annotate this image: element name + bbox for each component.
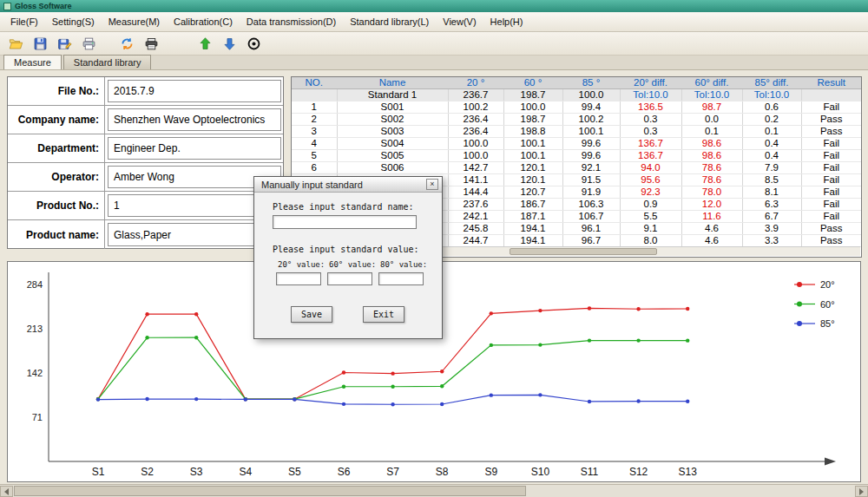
form-value-cell: Shenzhen Wave Optoelectronics [105, 106, 283, 134]
menu-item-measure-m[interactable]: Measure(M) [102, 13, 167, 30]
value-60-input[interactable] [327, 272, 372, 285]
cell-result: Pass [801, 235, 861, 247]
table-scrollbar-thumb[interactable] [510, 248, 657, 255]
menu-item-help-h[interactable]: Help(H) [483, 13, 530, 30]
cell-g20: 244.7 [448, 235, 503, 247]
cell-g85: 100.0 [562, 89, 620, 101]
cell-g20: 236.4 [448, 114, 503, 126]
cell-g60: 198.7 [503, 89, 562, 101]
menu-item-calibration-c[interactable]: Calibration(C) [167, 13, 240, 30]
table-row[interactable]: 2S002236.4198.7100.20.30.00.2Pass [292, 114, 861, 126]
table-row[interactable]: 3S003236.4198.8100.10.30.10.1Pass [292, 126, 861, 138]
form-label: Department: [8, 134, 105, 162]
column-header[interactable]: 85° diff. [742, 77, 801, 89]
value-80-input[interactable] [378, 272, 424, 285]
window-horizontal-scrollbar[interactable] [0, 484, 868, 497]
form-value[interactable]: 2015.7.9 [108, 80, 281, 102]
table-row[interactable]: 6S006142.7120.192.194.078.67.9Fail [292, 162, 861, 174]
svg-text:71: 71 [32, 412, 43, 422]
cell-name: S006 [337, 162, 448, 174]
standard-row[interactable]: Standard 1236.7198.7100.0Tol:10.0Tol:10.… [292, 89, 861, 101]
dialog-title: Manually input standard [261, 180, 426, 190]
menu-item-view-v[interactable]: View(V) [436, 13, 483, 30]
cell-d60: 98.6 [681, 138, 742, 150]
cell-result: Fail [801, 211, 861, 223]
form-label: File No.: [8, 77, 105, 105]
printer-button[interactable] [141, 34, 161, 54]
scroll-right-button[interactable] [855, 486, 868, 497]
window-scrollbar-thumb[interactable] [14, 486, 526, 496]
x-axis-arrow-icon [825, 458, 836, 466]
menu-item-file-f[interactable]: File(F) [3, 13, 45, 30]
form-label: Product No.: [8, 192, 105, 219]
download-button[interactable] [219, 34, 240, 54]
app-icon [3, 3, 11, 10]
menu-item-data-transmission-d[interactable]: Data transmission(D) [240, 13, 343, 30]
cell-no [292, 89, 337, 101]
cell-no: 3 [292, 126, 337, 138]
cell-d20: Tol:10.0 [620, 89, 681, 101]
column-header[interactable]: 20° diff. [620, 77, 681, 89]
table-row[interactable]: 5S005100.0100.199.6136.798.60.4Fail [292, 150, 861, 162]
cell-d60: 0.0 [681, 114, 742, 126]
table-row[interactable]: 1S001100.2100.099.4136.598.70.6Fail [292, 101, 861, 114]
cell-g85: 100.2 [562, 114, 620, 126]
svg-text:60°: 60° [820, 299, 835, 310]
dialog-close-button[interactable]: × [426, 179, 438, 190]
cell-d20: 94.0 [620, 162, 681, 174]
measure-info-panel: File No.:2015.7.9Company name:Shenzhen W… [7, 76, 284, 249]
cell-d20: 95.6 [620, 174, 681, 186]
cell-no: 1 [292, 101, 337, 114]
column-header[interactable]: Result [801, 77, 861, 89]
cell-result: Fail [801, 186, 861, 199]
form-row: Operator:Amber Wong [8, 163, 283, 192]
table-row[interactable]: 4S004100.0100.199.6136.798.60.4Fail [292, 138, 861, 150]
upload-icon [198, 36, 213, 51]
cell-d85: 0.6 [742, 101, 801, 114]
scroll-left-icon [4, 488, 9, 495]
value-20-input[interactable] [276, 272, 321, 285]
export-button[interactable] [54, 34, 75, 54]
svg-text:142: 142 [27, 368, 43, 378]
standard-name-input[interactable] [273, 215, 417, 229]
form-label: Product name: [8, 220, 105, 249]
column-header[interactable]: 60 ° [503, 77, 562, 89]
svg-text:20°: 20° [820, 279, 835, 290]
dialog-title-bar[interactable]: Manually input standard × [254, 177, 442, 193]
open-file-button[interactable] [5, 34, 26, 54]
cell-result: Fail [801, 174, 861, 186]
upload-button[interactable] [194, 34, 215, 54]
column-header[interactable]: 60° diff. [681, 77, 742, 89]
form-value-cell: Engineer Dep. [105, 134, 283, 162]
cell-g20: 242.1 [448, 211, 503, 223]
form-value[interactable]: Shenzhen Wave Optoelectronics [108, 108, 281, 131]
column-header[interactable]: 20 ° [448, 77, 503, 89]
scroll-left-button[interactable] [0, 486, 13, 497]
cell-no: 4 [292, 138, 337, 150]
print-button[interactable] [78, 34, 99, 54]
cell-d20: 136.7 [620, 150, 681, 162]
cell-g85: 92.1 [562, 162, 620, 174]
cell-d20: 5.5 [620, 211, 681, 223]
column-header[interactable]: NO. [292, 77, 337, 89]
value-20-label: 20° value: [278, 260, 325, 269]
cell-name: S003 [337, 126, 448, 138]
column-header[interactable]: Name [337, 77, 448, 89]
save-button[interactable]: Save [291, 306, 332, 323]
connect-button[interactable] [116, 34, 137, 54]
cell-d85: 0.4 [742, 150, 801, 162]
cell-result: Pass [801, 114, 861, 126]
save-button[interactable] [30, 34, 50, 54]
tab-measure[interactable]: Measure [3, 55, 62, 69]
cell-d85: 0.2 [742, 114, 801, 126]
tab-standard-library[interactable]: Standard library [63, 55, 152, 69]
menu-item-setting-s[interactable]: Setting(S) [45, 13, 102, 30]
column-header[interactable]: 85 ° [562, 77, 620, 89]
svg-text:85°: 85° [820, 318, 835, 329]
exit-button[interactable]: Exit [363, 306, 404, 323]
form-value[interactable]: Engineer Dep. [108, 137, 281, 160]
calibrate-button[interactable] [243, 34, 264, 54]
menu-item-standard-library-l[interactable]: Standard library(L) [343, 13, 436, 30]
cell-g20: 236.7 [448, 89, 503, 101]
cell-g85: 99.6 [562, 138, 620, 150]
